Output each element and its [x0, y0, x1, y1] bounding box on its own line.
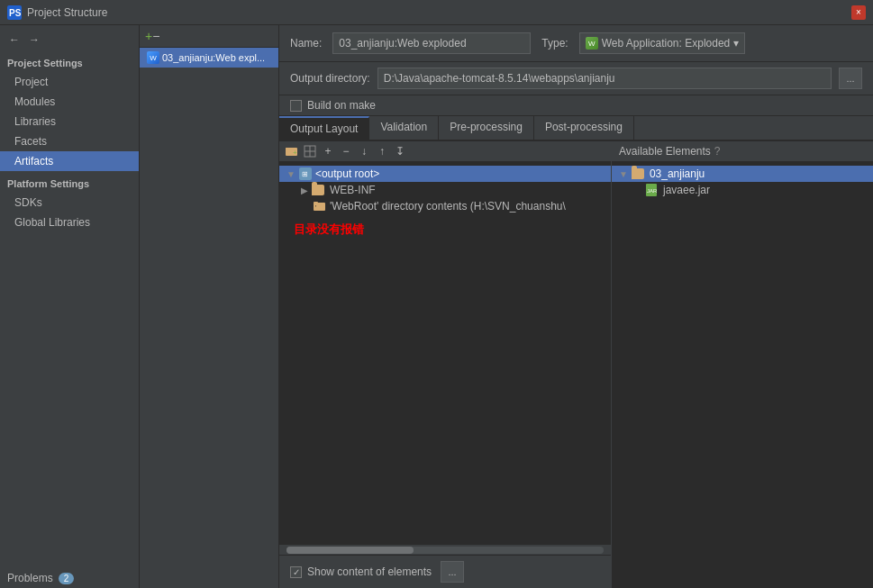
avail-item-javaeejar[interactable]: JAR javaee.jar	[612, 182, 873, 198]
tree-toolbar: + + − ↓ ↑ ↧	[279, 141, 611, 162]
layout-icon[interactable]	[303, 144, 317, 158]
sidebar-item-artifacts[interactable]: Artifacts	[0, 151, 139, 171]
type-label: Type:	[541, 37, 568, 50]
tabs-bar: Output Layout Validation Pre-processing …	[279, 116, 873, 141]
show-content-more-btn[interactable]: ...	[441, 561, 464, 583]
title-bar: PS Project Structure ×	[0, 0, 873, 25]
show-content-label: Show content of elements	[307, 565, 432, 578]
bottom-bar: ✓ Show content of elements ...	[279, 555, 611, 588]
scrollbar-track	[286, 547, 604, 554]
type-icon: W	[586, 37, 598, 50]
svg-rect-3	[286, 148, 290, 150]
artifact-list: + − W 03_anjianju:Web expl...	[140, 25, 279, 588]
artifact-toolbar: + −	[140, 25, 278, 48]
back-icon[interactable]: ←	[7, 32, 22, 47]
svg-text:JAR: JAR	[647, 188, 657, 194]
sidebar-item-problems[interactable]: Problems 2	[0, 568, 139, 588]
jar-icon: JAR	[646, 184, 657, 196]
show-content-checkbox[interactable]: ✓	[290, 566, 302, 578]
build-on-make-label: Build on make	[307, 99, 376, 112]
forward-icon[interactable]: →	[27, 32, 41, 47]
content-area: Name: 03_anjianju:Web exploded Type: W W…	[279, 25, 873, 588]
build-on-make-checkbox[interactable]	[290, 100, 302, 112]
expand-arrow-output-root: ▼	[286, 169, 296, 179]
platform-settings-label: Platform Settings	[0, 171, 139, 193]
layout-area: + + − ↓ ↑ ↧ ▼ ⊞ <output roo	[279, 141, 873, 588]
artifact-item-icon: W	[147, 51, 159, 64]
folder-icon-webinf	[312, 185, 324, 195]
type-dropdown[interactable]: W Web Application: Exploded ▾	[579, 32, 746, 54]
expand-avail-arrow: ▼	[619, 169, 628, 179]
problems-badge: 2	[59, 573, 75, 584]
artifact-list-item[interactable]: W 03_anjianju:Web expl...	[140, 48, 278, 68]
name-type-row: Name: 03_anjianju:Web exploded Type: W W…	[279, 25, 873, 62]
folder-new-icon[interactable]: +	[285, 144, 299, 158]
tab-post-processing[interactable]: Post-processing	[534, 116, 634, 140]
webroot-label: 'WebRoot' directory contents (H:\SVN_chu…	[330, 200, 566, 213]
annotation-text: 目录没有报错	[279, 214, 611, 245]
name-field[interactable]: 03_anjianju:Web exploded	[332, 32, 531, 54]
window-title: Project Structure	[27, 6, 107, 19]
name-label: Name:	[290, 37, 322, 50]
available-elements-panel: Available Elements ? ▼ 03_anjianju JAR	[612, 141, 873, 588]
sidebar: ← → Project Settings Project Modules Lib…	[0, 25, 140, 588]
tree-item-webinf[interactable]: ▶ WEB-INF	[279, 182, 611, 198]
tab-validation[interactable]: Validation	[369, 116, 439, 140]
help-icon[interactable]: ?	[714, 145, 721, 158]
sidebar-item-project[interactable]: Project	[0, 72, 139, 92]
sidebar-toolbar: ← →	[0, 29, 139, 50]
artifact-item-label: 03_anjianju:Web expl...	[162, 52, 265, 63]
project-settings-label: Project Settings	[0, 50, 139, 72]
title-bar-left: PS Project Structure	[7, 5, 107, 20]
tree-remove-icon[interactable]: −	[339, 144, 353, 158]
output-dir-label: Output directory:	[290, 72, 370, 85]
svg-text:PS: PS	[9, 8, 22, 18]
avail-folder-icon	[632, 168, 644, 179]
webroot-icon: '	[314, 200, 326, 213]
output-dir-field[interactable]: D:\Java\apache-tomcat-8.5.14\webapps\anj…	[377, 68, 832, 89]
available-elements-header: Available Elements ?	[612, 141, 873, 162]
close-button[interactable]: ×	[851, 5, 866, 20]
app-icon: PS	[7, 5, 22, 20]
tree-arrow-down-alt-icon[interactable]: ↧	[393, 144, 407, 158]
build-on-make-row: Build on make	[279, 95, 873, 116]
tab-pre-processing[interactable]: Pre-processing	[439, 116, 534, 140]
scrollbar-thumb	[286, 547, 414, 554]
scrollbar-area[interactable]	[279, 544, 611, 555]
expand-arrow-webinf: ▶	[301, 185, 308, 195]
artifact-tree: + + − ↓ ↑ ↧ ▼ ⊞ <output roo	[279, 141, 612, 588]
tree-add-icon[interactable]: +	[321, 144, 335, 158]
sidebar-item-sdks[interactable]: SDKs	[0, 193, 139, 213]
remove-artifact-icon[interactable]: −	[152, 29, 159, 43]
add-artifact-icon[interactable]: +	[145, 29, 152, 43]
svg-text:': '	[315, 204, 316, 211]
tab-output-layout[interactable]: Output Layout	[279, 116, 369, 140]
output-root-icon: ⊞	[299, 167, 312, 180]
tree-item-output-root[interactable]: ▼ ⊞ <output root>	[279, 166, 611, 182]
tree-arrow-up-icon[interactable]: ↑	[375, 144, 389, 158]
output-dir-row: Output directory: D:\Java\apache-tomcat-…	[279, 62, 873, 95]
tree-body: ▼ ⊞ <output root> ▶ WEB-INF	[279, 162, 611, 544]
webinf-label: WEB-INF	[330, 184, 376, 196]
browse-button[interactable]: ...	[839, 68, 862, 89]
available-elements-tree: ▼ 03_anjianju JAR javaee.jar	[612, 162, 873, 588]
sidebar-item-modules[interactable]: Modules	[0, 92, 139, 112]
sidebar-item-libraries[interactable]: Libraries	[0, 112, 139, 131]
output-root-label: <output root>	[315, 167, 379, 180]
sidebar-item-facets[interactable]: Facets	[0, 131, 139, 151]
avail-item-03anjianju[interactable]: ▼ 03_anjianju	[612, 166, 873, 182]
svg-text:+: +	[293, 149, 297, 157]
sidebar-item-global-libraries[interactable]: Global Libraries	[0, 213, 139, 232]
dropdown-arrow-icon: ▾	[733, 37, 739, 50]
avail-item-label-1: javaee.jar	[663, 184, 710, 196]
avail-item-label-0: 03_anjianju	[650, 167, 705, 180]
tree-item-webroot[interactable]: ' 'WebRoot' directory contents (H:\SVN_c…	[279, 198, 611, 214]
tree-arrow-down-icon[interactable]: ↓	[357, 144, 371, 158]
